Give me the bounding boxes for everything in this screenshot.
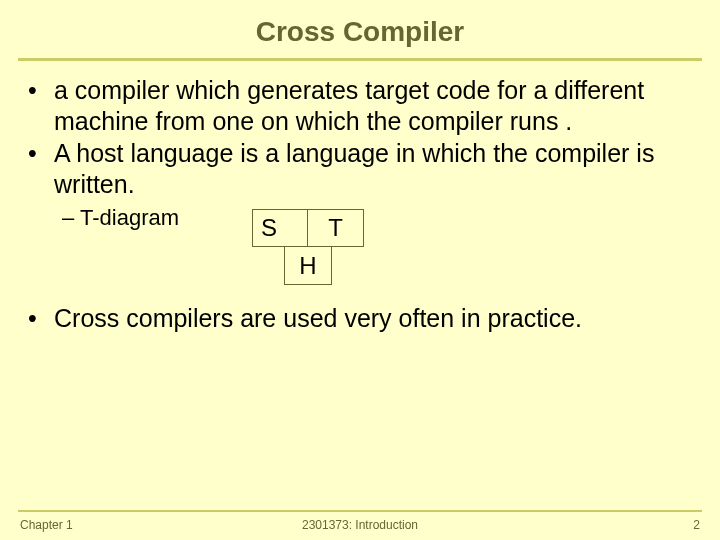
bullet-text: A host language is a language in which t…	[54, 138, 692, 199]
bullet-text: Cross compilers are used very often in p…	[54, 303, 582, 334]
t-diagram-target: T	[308, 209, 364, 247]
bullet-text: a compiler which generates target code f…	[54, 75, 692, 136]
footer-divider	[18, 510, 702, 512]
bullet-marker: •	[28, 303, 54, 334]
slide-title: Cross Compiler	[0, 0, 720, 58]
bullet-item: • a compiler which generates target code…	[28, 75, 692, 136]
slide-footer: Chapter 1 2301373: Introduction 2	[0, 518, 720, 532]
t-diagram-source: S	[252, 209, 308, 247]
slide-body: • a compiler which generates target code…	[0, 61, 720, 334]
footer-center: 2301373: Introduction	[0, 518, 720, 532]
bullet-marker: •	[28, 138, 54, 199]
sub-bullet-text: T-diagram	[80, 205, 179, 232]
t-diagram-host: H	[284, 247, 332, 285]
footer-right: 2	[693, 518, 700, 532]
bullet-item: • A host language is a language in which…	[28, 138, 692, 199]
t-diagram: S T H	[252, 209, 364, 285]
sub-bullet-marker: –	[62, 205, 80, 232]
bullet-item: • Cross compilers are used very often in…	[28, 303, 692, 334]
sub-bullet: – T-diagram	[62, 205, 692, 232]
footer-left: Chapter 1	[20, 518, 73, 532]
bullet-marker: •	[28, 75, 54, 136]
